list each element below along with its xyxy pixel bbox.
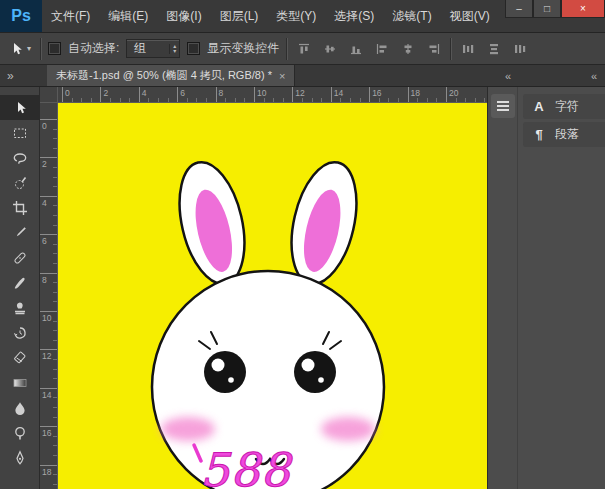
ruler-origin-corner[interactable]	[40, 87, 58, 103]
menu-item[interactable]: 文件(F)	[42, 8, 99, 25]
auto-select-dropdown[interactable]: 组 ▴▾	[126, 39, 180, 58]
tools-panel	[0, 87, 40, 489]
canvas-row: 024681012141618	[40, 103, 487, 489]
align-bottom-icon	[349, 42, 363, 56]
lasso-icon	[12, 150, 28, 166]
ruler-mark: 4	[139, 87, 177, 102]
history-brush-tool[interactable]	[0, 320, 39, 345]
clone-stamp-tool[interactable]	[0, 295, 39, 320]
show-transform-checkbox[interactable]	[187, 42, 200, 55]
align-right-icon	[427, 42, 441, 56]
distribute-left-edges-button[interactable]	[458, 39, 477, 58]
panel-label: 字符	[555, 98, 579, 115]
panel-button[interactable]: A 字符	[523, 94, 605, 119]
distribute-right-edges-button[interactable]	[510, 39, 529, 58]
align-left-icon	[375, 42, 389, 56]
distribute-horizontal-centers-button[interactable]	[484, 39, 503, 58]
document-tab[interactable]: 未标题-1.psd @ 50% (椭圆 4 拷贝, RGB/8) * ×	[47, 65, 295, 86]
main-area: 02468101214161820 024681012141618	[0, 87, 605, 489]
dock-collapse-button[interactable]: «	[505, 70, 511, 82]
align-horizontal-centers-button[interactable]	[398, 39, 417, 58]
dock-collapse-button[interactable]: «	[591, 70, 597, 82]
blur-tool[interactable]	[0, 395, 39, 420]
window-controls: – □ ×	[505, 0, 605, 18]
gradient-icon	[12, 375, 28, 391]
align-vertical-centers-button[interactable]	[320, 39, 339, 58]
list-icon	[497, 101, 509, 103]
sticker-number: 588	[200, 443, 294, 489]
distribute-right-icon	[513, 42, 527, 56]
horizontal-ruler[interactable]: 02468101214161820	[58, 87, 487, 103]
quick-selection-icon	[12, 175, 28, 191]
photoshop-window: Ps 文件(F)编辑(E)图像(I)图层(L)类型(Y)选择(S)滤镜(T)视图…	[0, 0, 605, 489]
tab-bar-spacer	[295, 65, 487, 86]
pen-tool[interactable]	[0, 445, 39, 470]
collapsed-label-dock: A 字符 ¶ 段落	[518, 87, 605, 489]
move-tool-icon	[8, 41, 24, 57]
eyedropper-tool[interactable]	[0, 220, 39, 245]
document-tab-title: 未标题-1.psd @ 50% (椭圆 4 拷贝, RGB/8) *	[56, 68, 272, 83]
align-left-edges-button[interactable]	[372, 39, 391, 58]
ruler-mark: 8	[216, 87, 254, 102]
quick-selection-tool[interactable]	[0, 170, 39, 195]
move-tool[interactable]	[0, 95, 39, 120]
brush-tool[interactable]	[0, 270, 39, 295]
align-hcenter-icon	[401, 42, 415, 56]
align-bottom-edges-button[interactable]	[346, 39, 365, 58]
menu-item[interactable]: 图像(I)	[157, 8, 210, 25]
auto-select-label: 自动选择:	[68, 40, 119, 57]
panel-icon: ¶	[531, 127, 547, 142]
ruler-mark: 10	[40, 311, 57, 349]
rabbit-right-ear	[281, 156, 367, 290]
crop-tool[interactable]	[0, 195, 39, 220]
ruler-mark: 2	[100, 87, 138, 102]
maximize-button[interactable]: □	[533, 0, 561, 18]
menu-item[interactable]: 滤镜(T)	[383, 8, 440, 25]
eraser-tool[interactable]	[0, 345, 39, 370]
chevron-down-icon: ▾	[27, 44, 31, 53]
crop-icon	[12, 200, 28, 216]
dodge-tool[interactable]	[0, 420, 39, 445]
ruler-mark: 20	[446, 87, 484, 102]
ruler-mark: 12	[40, 349, 57, 387]
blush-right	[321, 417, 375, 441]
collapsed-icon-dock	[488, 87, 518, 489]
ruler-mark: 2	[40, 157, 57, 195]
rabbit-left-ear	[169, 156, 255, 290]
align-top-edges-button[interactable]	[294, 39, 313, 58]
menu-item[interactable]: 图层(L)	[211, 8, 268, 25]
ruler-mark: 6	[40, 234, 57, 272]
ruler-mark: 16	[369, 87, 407, 102]
pen-icon	[12, 450, 28, 466]
show-transform-label: 显示变换控件	[207, 40, 279, 57]
gradient-tool[interactable]	[0, 370, 39, 395]
menu-bar: Ps 文件(F)编辑(E)图像(I)图层(L)类型(Y)选择(S)滤镜(T)视图…	[0, 0, 605, 33]
align-right-edges-button[interactable]	[424, 39, 443, 58]
toolbar-collapse-button[interactable]: »	[7, 69, 14, 83]
ruler-mark: 18	[40, 465, 57, 489]
menu-item[interactable]: 视图(V)	[441, 8, 499, 25]
canvas[interactable]: 588	[58, 103, 487, 489]
separator	[40, 38, 41, 60]
separator	[450, 38, 451, 60]
ruler-mark: 6	[177, 87, 215, 102]
panel-button[interactable]: ¶ 段落	[523, 122, 605, 147]
ruler-mark: 14	[40, 388, 57, 426]
menu-item[interactable]: 编辑(E)	[99, 8, 157, 25]
vertical-ruler[interactable]: 024681012141618	[40, 103, 58, 489]
lasso-tool[interactable]	[0, 145, 39, 170]
tab-close-icon[interactable]: ×	[279, 70, 285, 82]
collapsed-panel-button[interactable]	[491, 94, 515, 118]
menu-item[interactable]: 类型(Y)	[267, 8, 325, 25]
separator	[286, 38, 287, 60]
tool-preset-picker[interactable]: ▾	[6, 41, 33, 57]
minimize-button[interactable]: –	[505, 0, 533, 18]
rectangular-marquee-tool[interactable]	[0, 120, 39, 145]
auto-select-checkbox[interactable]	[48, 42, 61, 55]
clone-stamp-icon	[12, 300, 28, 316]
eyedropper-icon	[12, 225, 28, 241]
menu-item[interactable]: 选择(S)	[325, 8, 383, 25]
spinner-arrows-icon: ▴▾	[169, 44, 176, 54]
spot-healing-brush-tool[interactable]	[0, 245, 39, 270]
close-button[interactable]: ×	[561, 0, 605, 18]
